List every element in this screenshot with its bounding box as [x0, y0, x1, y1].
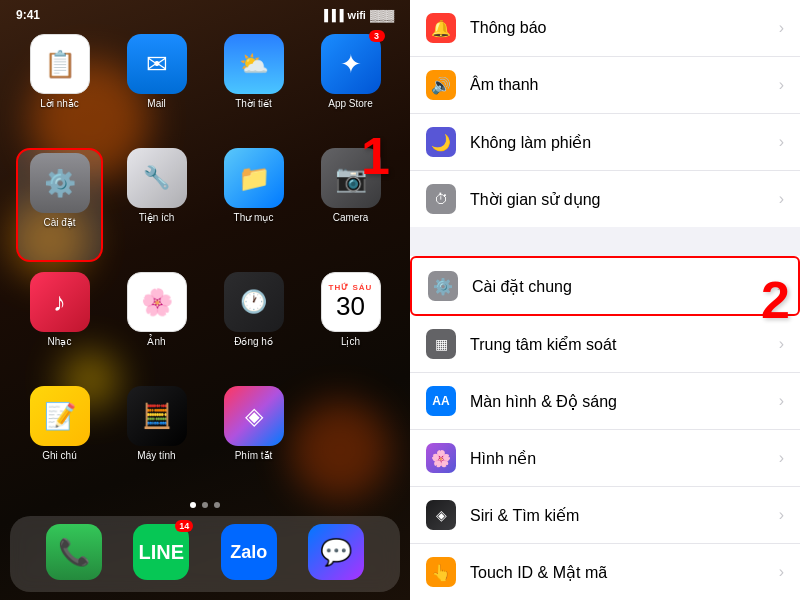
section-divider-1	[410, 227, 800, 256]
app-mail[interactable]: ✉ Mail	[113, 34, 200, 138]
music-label: Nhạc	[48, 336, 72, 347]
zalo-icon: Zalo	[221, 524, 277, 580]
general-label: Cài đặt chung	[472, 277, 777, 296]
app-reminders[interactable]: 📋 Lời nhắc	[16, 34, 103, 138]
app-notes[interactable]: 📝 Ghi chú	[16, 386, 103, 490]
reminders-label: Lời nhắc	[40, 98, 79, 109]
settings-screentime[interactable]: ⏱ Thời gian sử dụng ›	[410, 171, 800, 227]
sounds-icon: 🔊	[426, 70, 456, 100]
settings-controlcenter[interactable]: ▦ Trung tâm kiểm soát ›	[410, 316, 800, 373]
notifications-icon: 🔔	[426, 13, 456, 43]
donotdisturb-chevron: ›	[779, 133, 784, 151]
shortcuts-label: Phím tắt	[235, 450, 273, 461]
touchid-icon: 👆	[426, 557, 456, 587]
screentime-label: Thời gian sử dụng	[470, 190, 779, 209]
screentime-chevron: ›	[779, 190, 784, 208]
status-bar: 9:41 ▐▐▐ wifi ▓▓▓	[0, 0, 410, 26]
settings-siri[interactable]: ◈ Siri & Tìm kiếm ›	[410, 487, 800, 544]
clock-icon: 🕐	[224, 272, 284, 332]
app-calendar[interactable]: THỨ SÁU 30 Lịch	[307, 272, 394, 376]
weather-label: Thời tiết	[235, 98, 271, 109]
settings-notifications[interactable]: 🔔 Thông báo ›	[410, 0, 800, 57]
files-label: Thư mục	[234, 212, 274, 223]
siri-label: Siri & Tìm kiếm	[470, 506, 779, 525]
app-files[interactable]: 📁 Thư mục	[210, 148, 297, 262]
app-clock[interactable]: 🕐 Đồng hồ	[210, 272, 297, 376]
utilities-label: Tiện ích	[139, 212, 175, 223]
settings-panel: 🔔 Thông báo › 🔊 Âm thanh › 🌙 Không làm p…	[410, 0, 800, 600]
dot-1	[190, 502, 196, 508]
status-icons: ▐▐▐ wifi ▓▓▓	[320, 9, 394, 21]
calendar-icon: THỨ SÁU 30	[321, 272, 381, 332]
controlcenter-chevron: ›	[779, 335, 784, 353]
dock-messenger[interactable]: 💬	[308, 524, 364, 580]
app-music[interactable]: ♪ Nhạc	[16, 272, 103, 376]
weather-icon: ⛅	[224, 34, 284, 94]
notifications-label: Thông báo	[470, 19, 779, 37]
status-time: 9:41	[16, 8, 40, 22]
touchid-chevron: ›	[779, 563, 784, 581]
wifi-icon: wifi	[348, 9, 366, 21]
settings-general[interactable]: ⚙️ Cài đặt chung ›	[410, 256, 800, 316]
mail-icon: ✉	[127, 34, 187, 94]
wallpaper-label: Hình nền	[470, 449, 779, 468]
app-settings[interactable]: ⚙️ Cài đặt	[16, 148, 103, 262]
calculator-icon: 🧮	[127, 386, 187, 446]
app-photos[interactable]: 🌸 Ảnh	[113, 272, 200, 376]
notes-icon: 📝	[30, 386, 90, 446]
step-1-indicator: 1	[361, 130, 390, 182]
wallpaper-chevron: ›	[779, 449, 784, 467]
reminders-icon: 📋	[30, 34, 90, 94]
app-appstore[interactable]: ✦ 3 App Store	[307, 34, 394, 138]
clock-label: Đồng hồ	[234, 336, 273, 347]
wallpaper-icon: 🌸	[426, 443, 456, 473]
files-icon: 📁	[224, 148, 284, 208]
screentime-icon: ⏱	[426, 184, 456, 214]
line-icon: LINE 14	[133, 524, 189, 580]
messenger-icon: 💬	[308, 524, 364, 580]
photos-icon: 🌸	[127, 272, 187, 332]
notes-label: Ghi chú	[42, 450, 76, 461]
settings-section-middle: ⚙️ Cài đặt chung › ▦ Trung tâm kiểm soát…	[410, 256, 800, 600]
battery-icon: ▓▓▓	[370, 9, 394, 21]
photos-label: Ảnh	[147, 336, 165, 347]
calendar-label: Lịch	[341, 336, 360, 347]
settings-donotdisturb[interactable]: 🌙 Không làm phiền ›	[410, 114, 800, 171]
dock-zalo[interactable]: Zalo	[221, 524, 277, 580]
notifications-chevron: ›	[779, 19, 784, 37]
mail-label: Mail	[147, 98, 165, 109]
dot-2	[202, 502, 208, 508]
utilities-icon: 🔧	[127, 148, 187, 208]
app-utilities[interactable]: 🔧 Tiện ích	[113, 148, 200, 262]
sounds-label: Âm thanh	[470, 76, 779, 94]
phone-icon: 📞	[46, 524, 102, 580]
music-icon: ♪	[30, 272, 90, 332]
general-icon: ⚙️	[428, 271, 458, 301]
settings-touchid[interactable]: 👆 Touch ID & Mật mã ›	[410, 544, 800, 600]
display-chevron: ›	[779, 392, 784, 410]
signal-icon: ▐▐▐	[320, 9, 343, 21]
sounds-chevron: ›	[779, 76, 784, 94]
step-2-indicator: 2	[761, 270, 790, 330]
app-shortcuts[interactable]: ◈ Phím tắt	[210, 386, 297, 490]
page-dots	[0, 498, 410, 512]
siri-chevron: ›	[779, 506, 784, 524]
camera-label: Camera	[333, 212, 369, 223]
app-grid: 📋 Lời nhắc ✉ Mail ⛅ Thời tiết ✦ 3	[0, 26, 410, 498]
app-dock: 📞 LINE 14 Zalo 💬	[10, 516, 400, 592]
settings-section-top: 🔔 Thông báo › 🔊 Âm thanh › 🌙 Không làm p…	[410, 0, 800, 227]
dock-line[interactable]: LINE 14	[133, 524, 189, 580]
settings-display[interactable]: AA Màn hình & Độ sáng ›	[410, 373, 800, 430]
app-weather[interactable]: ⛅ Thời tiết	[210, 34, 297, 138]
settings-wallpaper[interactable]: 🌸 Hình nền ›	[410, 430, 800, 487]
shortcuts-icon: ◈	[224, 386, 284, 446]
controlcenter-icon: ▦	[426, 329, 456, 359]
siri-icon: ◈	[426, 500, 456, 530]
dock-phone[interactable]: 📞	[46, 524, 102, 580]
settings-icon: ⚙️	[30, 153, 90, 213]
app-calculator[interactable]: 🧮 Máy tính	[113, 386, 200, 490]
controlcenter-label: Trung tâm kiểm soát	[470, 335, 779, 354]
empty-slot	[307, 386, 394, 490]
settings-sounds[interactable]: 🔊 Âm thanh ›	[410, 57, 800, 114]
dot-3	[214, 502, 220, 508]
